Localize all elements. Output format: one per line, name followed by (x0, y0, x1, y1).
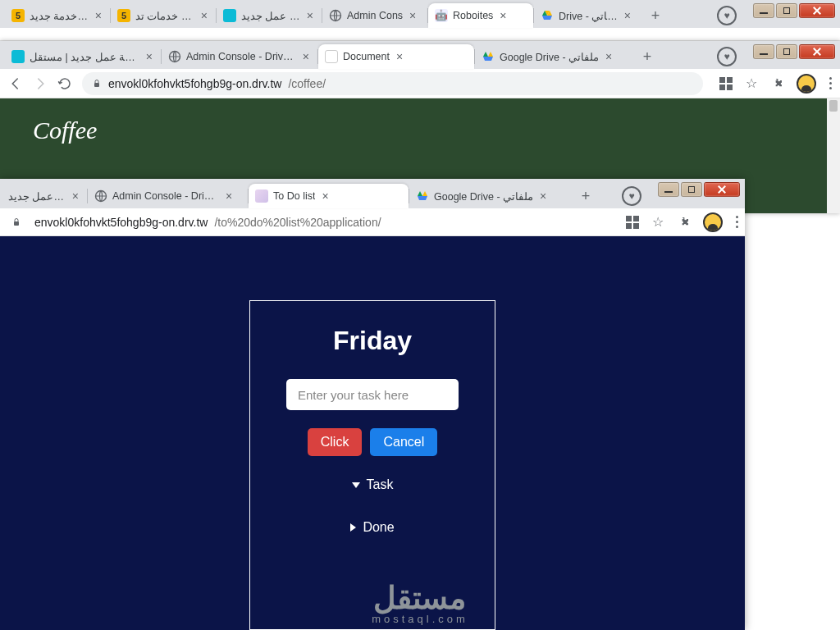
qr-icon[interactable] (719, 77, 733, 90)
new-tab-button[interactable]: + (644, 4, 667, 27)
tab-title: Admin Cons (347, 10, 403, 21)
reload-icon[interactable] (57, 76, 72, 91)
tab-close-icon[interactable]: × (540, 190, 546, 202)
task-input[interactable] (286, 379, 459, 410)
tab-close-icon[interactable]: × (72, 190, 79, 202)
url-path: /coffee/ (288, 77, 326, 90)
scrollbar[interactable] (827, 98, 840, 213)
watermark: مستقل mostaql.com (372, 580, 468, 625)
drive-icon (541, 9, 554, 22)
tab-close-icon[interactable]: × (624, 10, 631, 21)
done-section-toggle[interactable]: Done (268, 520, 477, 535)
chevron-down-icon (352, 482, 360, 488)
tab-close-icon[interactable]: × (500, 10, 506, 21)
forward-icon[interactable] (33, 76, 48, 91)
toolbar-back (0, 28, 840, 41)
tab-close-icon[interactable]: × (201, 10, 208, 21)
profile-circle-icon[interactable]: ♥ (622, 186, 641, 206)
tab-close-icon[interactable]: × (322, 190, 328, 202)
tab-title: إضافة عمل جديد (8, 190, 66, 203)
tab[interactable]: Google Drive - ملفاتي × (409, 184, 569, 208)
extensions-icon[interactable] (770, 77, 783, 90)
tab-close-icon[interactable]: × (146, 51, 153, 62)
window-close[interactable] (704, 182, 740, 197)
window-minimize[interactable] (753, 3, 774, 18)
profile-avatar[interactable] (703, 212, 723, 232)
bookmark-icon[interactable]: ☆ (652, 214, 664, 230)
qr-icon[interactable] (626, 216, 639, 229)
bookmark-icon[interactable]: ☆ (746, 75, 757, 91)
profile-circle-icon[interactable]: ♥ (717, 6, 737, 25)
tab-active[interactable]: Document × (318, 44, 474, 69)
document-icon (325, 50, 338, 63)
back-icon[interactable] (8, 76, 23, 91)
task-section-toggle[interactable]: Task (268, 477, 477, 492)
tab[interactable]: 5 تعديل: خدمات تد × (111, 3, 216, 28)
todo-app: Friday Click Cancel Task Done (0, 236, 745, 630)
tab-title: Google Drive - ملفاتي (500, 51, 599, 63)
tab-close-icon[interactable]: × (95, 10, 102, 21)
favicon: 5 (11, 9, 25, 22)
tab-close-icon[interactable]: × (307, 10, 313, 21)
window-maximize[interactable] (776, 44, 797, 59)
tab-active[interactable]: To Do list × (249, 184, 409, 208)
window-minimize[interactable] (753, 44, 774, 59)
drive-icon (416, 189, 429, 203)
menu-icon[interactable] (829, 77, 832, 89)
chevron-right-icon (350, 523, 356, 532)
favicon (11, 50, 25, 63)
svg-rect-9 (14, 221, 19, 226)
tab[interactable]: إضافة عمل جديد | مستقل × (5, 44, 161, 69)
window-minimize[interactable] (658, 182, 679, 197)
tab[interactable]: إضافة عمل جديد × (5, 184, 87, 208)
tab[interactable]: Admin Cons × (322, 3, 427, 28)
tab[interactable]: Admin Console - DriveTo × (162, 44, 317, 69)
tab[interactable]: Google Drive - ملفاتي × (475, 44, 631, 69)
window-close[interactable] (799, 44, 835, 59)
tab-close-icon[interactable]: × (605, 51, 612, 62)
tab-close-icon[interactable]: × (303, 51, 309, 62)
tab-active[interactable]: 🤖 Roboites × (428, 3, 533, 28)
tabstrip-middle: إضافة عمل جديد | مستقل × Admin Console -… (0, 41, 840, 69)
page-title: Coffee (0, 98, 840, 144)
menu-icon[interactable] (736, 216, 738, 228)
favicon: 5 (117, 9, 130, 22)
tab-title: Roboites (453, 10, 493, 21)
click-button[interactable]: Click (308, 428, 363, 456)
address-bar[interactable]: envokl0kfohvkt5fohgb9g-on.drv.tw/to%20do… (31, 210, 609, 235)
tab-close-icon[interactable]: × (396, 51, 403, 62)
new-tab-button[interactable]: + (636, 45, 659, 68)
tab[interactable]: Admin Console - DriveTo × (88, 184, 248, 208)
tab-title: تعديل: خدمات تد (135, 10, 194, 22)
tab-close-icon[interactable]: × (226, 190, 232, 202)
tab-title: Google Drive - ملفاتي (434, 190, 533, 203)
globe-icon (329, 9, 342, 22)
window-maximize[interactable] (776, 3, 797, 18)
window-maximize[interactable] (681, 182, 702, 197)
tab-title: To Do list (273, 190, 315, 202)
cancel-button[interactable]: Cancel (370, 428, 437, 456)
tab[interactable]: Drive - ملفاتي × (534, 3, 639, 28)
tab[interactable]: إضافة عمل جديد × (217, 3, 322, 28)
new-tab-button[interactable]: + (574, 185, 597, 208)
tab-title: أضف خدمة جديد (30, 10, 89, 22)
tab-title: Document (343, 51, 390, 62)
svg-rect-7 (94, 83, 99, 87)
tab-close-icon[interactable]: × (409, 10, 416, 21)
favicon (223, 9, 236, 22)
profile-avatar[interactable] (797, 74, 816, 94)
tab-title: Admin Console - DriveTo (112, 190, 219, 202)
tab-title: Admin Console - DriveTo (186, 51, 296, 62)
section-label: Task (367, 477, 394, 492)
url-path: /to%20do%20list%20application/ (214, 216, 381, 229)
tab[interactable]: 5 أضف خدمة جديد × (5, 3, 110, 28)
section-label: Done (363, 520, 394, 535)
profile-circle-icon[interactable]: ♥ (717, 47, 737, 66)
extensions-icon[interactable] (677, 216, 690, 229)
url-host: envokl0kfohvkt5fohgb9g-on.drv.tw (108, 77, 281, 90)
tab-title: إضافة عمل جديد (241, 10, 300, 22)
url-host: envokl0kfohvkt5fohgb9g-on.drv.tw (34, 216, 208, 229)
window-close[interactable] (799, 3, 835, 18)
address-bar[interactable]: envokl0kfohvkt5fohgb9g-on.drv.tw/coffee/ (82, 72, 703, 95)
globe-icon (168, 50, 181, 63)
